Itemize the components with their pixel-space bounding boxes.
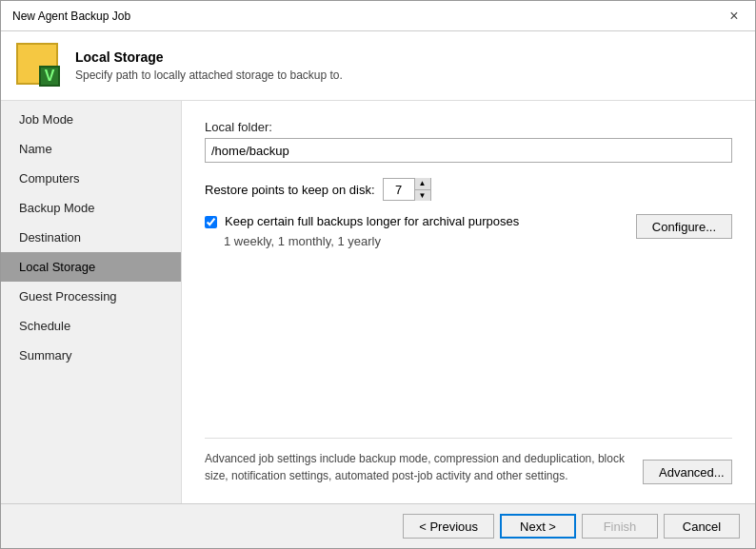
sidebar-item-name[interactable]: Name bbox=[1, 134, 181, 164]
main-content: Local folder: Restore points to keep on … bbox=[182, 101, 755, 503]
header-icon: V bbox=[16, 43, 62, 88]
archival-checkbox[interactable] bbox=[205, 216, 217, 228]
header-description: Specify path to locally attached storage… bbox=[75, 69, 343, 82]
spinner-buttons: ▲ ▼ bbox=[414, 178, 430, 201]
header-text: Local Storage Specify path to locally at… bbox=[75, 49, 343, 82]
cancel-button[interactable]: Cancel bbox=[664, 514, 740, 539]
advanced-row: Advanced job settings include backup mod… bbox=[205, 438, 732, 484]
local-folder-group: Local folder: bbox=[205, 120, 732, 163]
sidebar-item-destination[interactable]: Destination bbox=[1, 223, 181, 252]
spinner-down-button[interactable]: ▼ bbox=[415, 189, 430, 201]
sidebar-item-job-mode[interactable]: Job Mode bbox=[1, 105, 181, 134]
archival-checkbox-label[interactable]: Keep certain full backups longer for arc… bbox=[225, 214, 519, 228]
veeam-v-icon: V bbox=[39, 66, 60, 87]
restore-points-label: Restore points to keep on disk: bbox=[205, 183, 375, 197]
dialog: New Agent Backup Job × V Local Storage S… bbox=[0, 0, 756, 549]
sidebar-item-schedule[interactable]: Schedule bbox=[1, 311, 181, 341]
checkbox-section: Keep certain full backups longer for arc… bbox=[205, 214, 636, 248]
archival-info: 1 weekly, 1 monthly, 1 yearly bbox=[224, 234, 636, 248]
configure-button[interactable]: Configure... bbox=[636, 214, 732, 239]
restore-points-spinner: ▲ ▼ bbox=[383, 178, 431, 201]
close-button[interactable]: × bbox=[725, 7, 744, 26]
restore-points-input[interactable] bbox=[384, 179, 414, 200]
header: V Local Storage Specify path to locally … bbox=[1, 31, 755, 101]
sidebar: Job Mode Name Computers Backup Mode Dest… bbox=[1, 101, 182, 503]
sidebar-item-summary[interactable]: Summary bbox=[1, 341, 181, 370]
footer: < Previous Next > Finish Cancel bbox=[1, 503, 755, 548]
previous-button[interactable]: < Previous bbox=[403, 514, 494, 539]
advanced-button[interactable]: Advanced... bbox=[643, 460, 732, 484]
checkbox-configure-wrapper: Keep certain full backups longer for arc… bbox=[205, 214, 732, 248]
finish-button[interactable]: Finish bbox=[582, 514, 658, 539]
header-title: Local Storage bbox=[75, 49, 343, 65]
advanced-description: Advanced job settings include backup mod… bbox=[205, 450, 643, 484]
dialog-title: New Agent Backup Job bbox=[12, 10, 130, 23]
sidebar-item-guest-processing[interactable]: Guest Processing bbox=[1, 282, 181, 311]
sidebar-item-computers[interactable]: Computers bbox=[1, 164, 181, 193]
restore-points-row: Restore points to keep on disk: ▲ ▼ bbox=[205, 178, 732, 201]
sidebar-item-backup-mode[interactable]: Backup Mode bbox=[1, 193, 181, 223]
sidebar-item-local-storage[interactable]: Local Storage bbox=[1, 252, 181, 282]
next-button[interactable]: Next > bbox=[500, 514, 576, 539]
local-folder-label: Local folder: bbox=[205, 120, 732, 134]
local-folder-input[interactable] bbox=[205, 138, 732, 163]
spinner-up-button[interactable]: ▲ bbox=[415, 178, 430, 189]
body: Job Mode Name Computers Backup Mode Dest… bbox=[1, 101, 755, 503]
icon-background: V bbox=[16, 43, 58, 85]
archival-checkbox-row: Keep certain full backups longer for arc… bbox=[205, 214, 636, 228]
title-bar: New Agent Backup Job × bbox=[1, 1, 755, 31]
